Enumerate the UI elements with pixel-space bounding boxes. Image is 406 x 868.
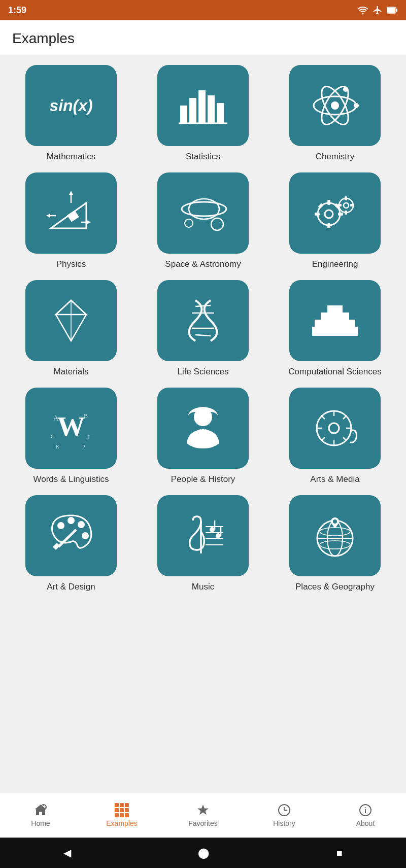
category-chemistry[interactable]: Chemistry xyxy=(272,65,398,162)
nav-home[interactable]: Home xyxy=(0,792,81,838)
status-time: 1:59 xyxy=(8,5,26,16)
wifi-icon xyxy=(357,6,368,15)
svg-point-26 xyxy=(211,218,223,230)
recents-button[interactable]: ■ xyxy=(336,847,343,859)
categories-grid: sin(x) Mathematics Statistics xyxy=(8,65,398,593)
info-icon xyxy=(358,803,373,817)
svg-line-72 xyxy=(343,415,347,419)
nav-favorites[interactable]: Favorites xyxy=(162,792,244,838)
svg-point-101 xyxy=(365,807,366,808)
space-label: Space & Astronomy xyxy=(165,259,241,270)
svg-rect-33 xyxy=(338,213,343,216)
svg-point-94 xyxy=(333,519,337,524)
svg-point-65 xyxy=(329,423,339,433)
music-label: Music xyxy=(192,581,214,593)
svg-point-75 xyxy=(67,517,75,524)
svg-line-71 xyxy=(343,437,347,441)
svg-text:C: C xyxy=(51,433,54,439)
category-computational-sciences[interactable]: Computational Sciences xyxy=(272,280,398,377)
svg-point-13 xyxy=(354,103,359,108)
category-space-astronomy[interactable]: Space & Astronomy xyxy=(140,172,266,270)
svg-point-92 xyxy=(320,541,350,549)
category-materials[interactable]: Materials xyxy=(8,280,134,377)
nav-favorites-label: Favorites xyxy=(188,819,218,827)
svg-point-27 xyxy=(185,219,193,227)
svg-point-14 xyxy=(343,87,348,92)
svg-rect-31 xyxy=(327,223,330,228)
main-content[interactable]: sin(x) Mathematics Statistics xyxy=(0,55,406,792)
category-places-geography[interactable]: Places & Geography xyxy=(272,495,398,593)
mathematics-icon-bg: sin(x) xyxy=(25,65,117,146)
category-mathematics[interactable]: sin(x) Mathematics xyxy=(8,65,134,162)
svg-rect-40 xyxy=(337,204,342,206)
category-life-sciences[interactable]: Life Sciences xyxy=(140,280,266,377)
globe-icon xyxy=(310,510,360,561)
category-music[interactable]: Music xyxy=(140,495,266,593)
svg-line-48 xyxy=(195,305,211,306)
svg-text:B: B xyxy=(84,412,88,420)
svg-text:J: J xyxy=(87,433,90,441)
palette-icon xyxy=(46,510,96,561)
svg-line-51 xyxy=(195,335,211,336)
battery-icon xyxy=(387,7,398,14)
home-gear-icon xyxy=(33,803,48,817)
svg-rect-1 xyxy=(387,8,395,13)
svg-rect-53 xyxy=(321,313,349,320)
words-icon: W A B C J K P xyxy=(46,403,96,454)
film-icon xyxy=(310,403,360,454)
category-words-linguistics[interactable]: W A B C J K P Words & Linguistics xyxy=(8,388,134,485)
category-arts-media[interactable]: Arts & Media xyxy=(272,388,398,485)
words-icon-bg: W A B C J K P xyxy=(25,388,117,469)
category-art-design[interactable]: Art & Design xyxy=(8,495,134,593)
nav-examples[interactable]: Examples xyxy=(81,792,162,838)
person-icon xyxy=(178,403,228,454)
physics-icon xyxy=(46,188,96,238)
atom-icon xyxy=(310,80,360,131)
life-sciences-label: Life Sciences xyxy=(177,366,228,377)
svg-rect-32 xyxy=(315,213,320,216)
arts-media-icon-bg xyxy=(289,388,381,469)
airplane-icon xyxy=(373,5,383,15)
people-label: People & History xyxy=(171,474,235,485)
category-people-history[interactable]: People & History xyxy=(140,388,266,485)
chemistry-icon-bg xyxy=(289,65,381,146)
system-nav: ◀ ⬤ ■ xyxy=(0,838,406,868)
nav-about[interactable]: About xyxy=(325,792,406,838)
star-icon xyxy=(196,803,210,817)
svg-text:P: P xyxy=(82,444,85,449)
svg-rect-38 xyxy=(345,196,347,200)
clock-icon xyxy=(277,803,291,817)
category-engineering[interactable]: Engineering xyxy=(272,172,398,270)
svg-marker-19 xyxy=(69,191,73,195)
bottom-nav: Home Examples Favorites History About xyxy=(0,792,406,838)
svg-point-76 xyxy=(78,521,85,528)
svg-rect-5 xyxy=(198,90,206,123)
statistics-label: Statistics xyxy=(186,151,220,162)
svg-rect-30 xyxy=(327,200,330,205)
bar-chart-icon xyxy=(178,80,228,131)
svg-point-9 xyxy=(331,101,339,110)
svg-point-74 xyxy=(57,522,64,529)
page-title: Examples xyxy=(12,30,394,47)
nav-history[interactable]: History xyxy=(244,792,325,838)
places-label: Places & Geography xyxy=(295,581,375,593)
svg-point-86 xyxy=(216,533,221,538)
places-icon-bg xyxy=(289,495,381,576)
music-icon xyxy=(178,510,228,561)
home-button[interactable]: ⬤ xyxy=(198,847,209,859)
nav-about-label: About xyxy=(356,819,375,827)
back-button[interactable]: ◀ xyxy=(63,847,71,859)
engineering-label: Engineering xyxy=(312,259,358,270)
svg-point-77 xyxy=(82,532,89,539)
svg-rect-39 xyxy=(345,211,347,215)
svg-text:K: K xyxy=(56,444,60,449)
category-physics[interactable]: Physics xyxy=(8,172,134,270)
materials-icon-bg xyxy=(25,280,117,361)
physics-icon-bg xyxy=(25,172,117,254)
svg-rect-7 xyxy=(217,103,224,123)
svg-rect-41 xyxy=(350,204,354,206)
category-statistics[interactable]: Statistics xyxy=(140,65,266,162)
people-icon-bg xyxy=(157,388,249,469)
svg-line-70 xyxy=(321,415,325,419)
computational-sciences-label: Computational Sciences xyxy=(288,366,381,377)
